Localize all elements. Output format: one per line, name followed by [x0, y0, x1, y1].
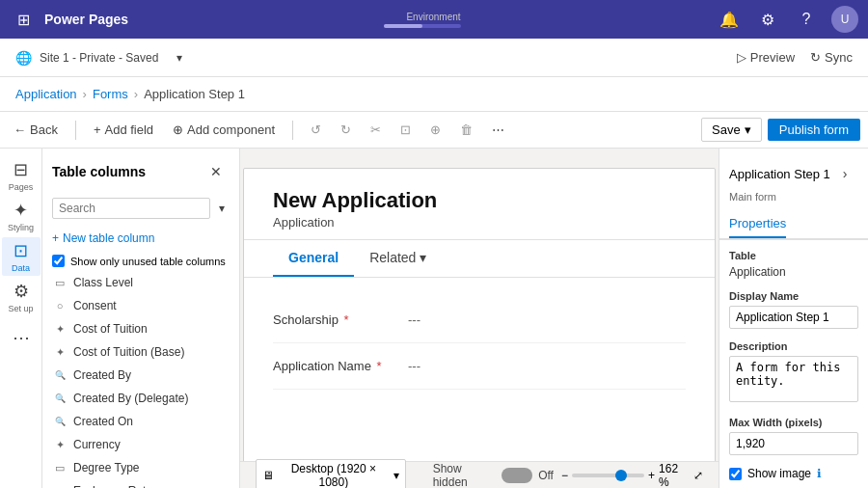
help-icon[interactable]: ?	[793, 6, 820, 33]
save-label: Save	[712, 122, 741, 137]
required-asterisk: *	[344, 312, 349, 327]
description-textarea[interactable]: A form for this entity.	[729, 356, 858, 402]
site-dropdown-icon[interactable]: ▾	[166, 44, 193, 71]
nav-more[interactable]: ⋯	[2, 318, 41, 357]
paste-button[interactable]: ⊕	[424, 119, 447, 141]
action-divider1	[75, 121, 76, 140]
list-item[interactable]: ▭ Class Level	[42, 271, 239, 294]
desktop-label: Desktop (1920 × 1080)	[278, 462, 390, 489]
more-nav-icon: ⋯	[13, 327, 30, 348]
pages-icon: ⊟	[14, 159, 28, 180]
add-field-button[interactable]: + Add field	[88, 119, 159, 141]
col-type-icon: 🔍	[52, 391, 68, 406]
list-item[interactable]: ✦ Cost of Tuition (Base)	[42, 340, 239, 364]
info-icon[interactable]: ℹ	[817, 467, 822, 480]
list-item[interactable]: ○ Consent	[42, 294, 239, 317]
cut-button[interactable]: ✂	[365, 119, 387, 141]
add-component-button[interactable]: ⊕ Add component	[167, 119, 281, 141]
setup-icon: ⚙	[14, 281, 29, 302]
col-name: Currency	[73, 438, 121, 451]
max-width-label: Max Width (pixels)	[729, 417, 858, 428]
app-title: Power Pages	[44, 12, 128, 27]
list-item[interactable]: 🔍 Created On	[42, 410, 239, 433]
desktop-icon: 🖥	[262, 469, 274, 482]
list-item[interactable]: ✦ Currency	[42, 433, 239, 456]
avatar[interactable]: U	[831, 6, 858, 33]
breadcrumb-part3: Application Step 1	[144, 87, 245, 101]
desktop-selector[interactable]: 🖥 Desktop (1920 × 1080) ▾	[256, 459, 406, 489]
env-progress-bar	[384, 24, 461, 28]
panel-close-icon[interactable]: ✕	[203, 158, 230, 185]
tab-related[interactable]: Related ▾	[354, 240, 442, 277]
breadcrumb-sep2: ›	[134, 87, 138, 101]
breadcrumb-part1[interactable]: Application	[15, 87, 77, 101]
list-item[interactable]: 🔍 Created By (Delegate)	[42, 387, 239, 410]
pages-label: Pages	[9, 182, 34, 192]
save-button[interactable]: Save ▾	[701, 118, 762, 142]
top-bar: ⊞ Power Pages Environment 🔔 ⚙ ? U	[0, 0, 868, 39]
table-label: Table	[729, 250, 858, 261]
delete-button[interactable]: 🗑	[454, 119, 478, 141]
table-section: Table Application	[729, 250, 858, 279]
canvas-scroll: New Application Application General Rela…	[240, 149, 719, 461]
scholarship-label: Scholarship *	[273, 312, 408, 327]
search-input[interactable]	[52, 198, 210, 219]
back-button[interactable]: ← Back	[8, 119, 64, 141]
zoom-thumb[interactable]	[615, 470, 627, 481]
copy-button[interactable]: ⊡	[394, 119, 417, 141]
filter-icon[interactable]: ▾	[214, 195, 230, 222]
nav-styling[interactable]: ✦ Styling	[2, 197, 41, 235]
display-name-input[interactable]	[729, 306, 858, 329]
left-nav: ⊟ Pages ✦ Styling ⊡ Data ⚙ Set up ⋯	[0, 149, 42, 488]
tab-general[interactable]: General	[273, 240, 354, 277]
panel-title: Table columns	[52, 164, 146, 179]
tab-properties[interactable]: Properties	[729, 210, 786, 238]
panel-header: Table columns ✕	[42, 149, 239, 191]
sync-button[interactable]: ↻ Sync	[810, 50, 853, 65]
action-bar: ← Back + Add field ⊕ Add component ↺ ↻ ✂…	[0, 112, 868, 149]
notification-icon[interactable]: 🔔	[716, 6, 743, 33]
list-item[interactable]: 🔍 Created By	[42, 364, 239, 387]
fullscreen-icon[interactable]: ⤢	[693, 469, 703, 482]
sub-toolbar-right: ▷ Preview ↻ Sync	[737, 50, 853, 65]
show-unused-row: Show only unused table columns	[42, 251, 239, 271]
publish-button[interactable]: Publish form	[768, 119, 860, 141]
description-section: Description A form for this entity.	[729, 340, 858, 405]
show-image-checkbox[interactable]	[729, 468, 742, 480]
list-item[interactable]: ✦ Cost of Tuition	[42, 317, 239, 340]
preview-button[interactable]: ▷ Preview	[737, 50, 795, 65]
nav-setup[interactable]: ⚙ Set up	[2, 278, 41, 316]
nav-data[interactable]: ⊡ Data	[2, 237, 41, 276]
tab-related-label: Related	[369, 250, 416, 265]
new-column-button[interactable]: + New table column	[52, 230, 154, 247]
data-icon: ⊡	[14, 240, 28, 261]
scholarship-value: ---	[408, 312, 420, 327]
show-hidden-toggle[interactable]	[502, 468, 532, 483]
col-name: Cost of Tuition (Base)	[73, 345, 184, 359]
panel-search-row: ▾	[42, 191, 239, 226]
table-row: Application Name * ---	[273, 343, 686, 390]
col-type-icon: 00	[52, 483, 68, 488]
col-type-icon: ▭	[52, 460, 68, 475]
right-panel-expand-icon[interactable]: ›	[831, 160, 858, 187]
zoom-minus-icon[interactable]: −	[561, 469, 568, 482]
back-icon: ←	[14, 122, 26, 137]
more-button[interactable]: ⋯	[486, 119, 510, 141]
col-name: Created By (Delegate)	[73, 392, 188, 405]
table-value: Application	[729, 265, 858, 279]
max-width-input[interactable]	[729, 432, 858, 455]
sync-label: Sync	[825, 50, 853, 65]
list-item[interactable]: 00 Exchange Rate	[42, 479, 239, 488]
list-item[interactable]: ▭ Degree Type	[42, 456, 239, 479]
redo-button[interactable]: ↻	[335, 119, 357, 141]
app-grid-icon[interactable]: ⊞	[10, 6, 37, 33]
settings-icon[interactable]: ⚙	[754, 6, 781, 33]
show-unused-checkbox[interactable]	[52, 255, 65, 267]
zoom-slider[interactable]	[572, 474, 644, 477]
breadcrumb-part2[interactable]: Forms	[93, 87, 128, 101]
col-type-icon: 🔍	[52, 414, 68, 429]
undo-button[interactable]: ↺	[305, 119, 327, 141]
zoom-plus-icon[interactable]: +	[648, 469, 655, 482]
nav-pages[interactable]: ⊟ Pages	[2, 156, 41, 195]
main-layout: ⊟ Pages ✦ Styling ⊡ Data ⚙ Set up ⋯ Tabl…	[0, 149, 868, 488]
